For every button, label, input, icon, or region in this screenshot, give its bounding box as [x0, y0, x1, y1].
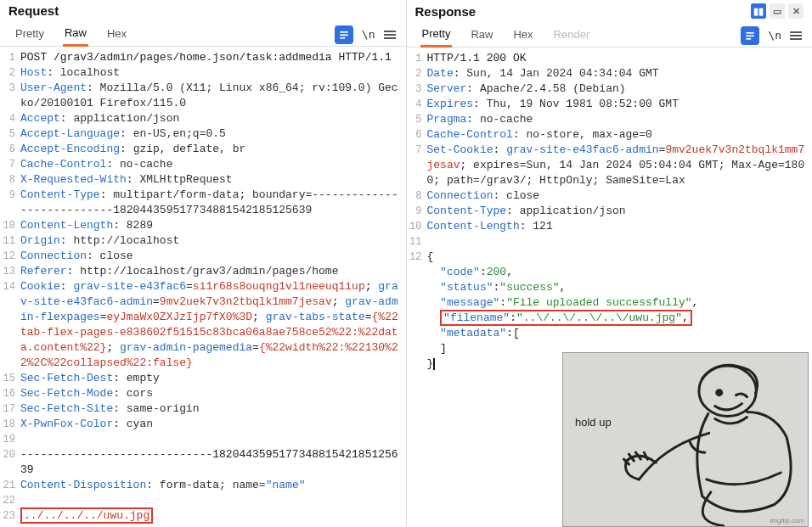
svg-rect-5 — [747, 37, 752, 39]
header-name: X-PwnFox-Color — [20, 418, 113, 430]
response-title: Response — [415, 4, 476, 19]
svg-rect-0 — [340, 31, 347, 32]
window-icon[interactable]: ▭ — [770, 3, 785, 19]
request-body[interactable]: 1POST /grav3/admin/pages/home.json/task:… — [0, 47, 406, 527]
header-value: : no-cache — [466, 113, 533, 126]
pause-icon[interactable]: ▮▮ — [751, 3, 766, 19]
request-line: POST /grav3/admin/pages/home.json/task:a… — [20, 50, 406, 65]
json-open: { — [427, 249, 813, 265]
header-value: : close — [493, 189, 540, 202]
header-name: Accept — [20, 112, 60, 125]
status-line: HTTP/1.1 200 OK — [427, 51, 813, 66]
header-name: Referer — [20, 265, 67, 278]
response-tabbar: Pretty Raw Hex Render \n — [407, 19, 813, 48]
header-name: Content-Disposition — [20, 479, 146, 491]
header-value: : http://localhost/grav3/admin/pages/hom… — [67, 265, 339, 278]
header-value: : 121 — [520, 220, 553, 233]
header-name: Content-Length — [20, 219, 113, 232]
header-name: Connection — [427, 189, 493, 202]
text-cursor — [433, 358, 435, 370]
svg-rect-3 — [747, 31, 754, 33]
set-cookie-header: Set-Cookie: grav-site-e43fac6-admin=9mv2… — [427, 143, 813, 188]
json-kv: "metadata":[ — [427, 326, 813, 341]
json-kv: "status":"success", — [427, 280, 813, 295]
header-name: Sec-Fetch-Dest — [20, 372, 113, 384]
header-name: Origin — [20, 234, 60, 247]
header-name: Cache-Control — [20, 158, 106, 171]
header-name: Sec-Fetch-Site — [20, 402, 113, 415]
header-name: X-Requested-With — [20, 173, 127, 186]
tab-pretty[interactable]: Pretty — [420, 24, 453, 48]
tab-raw[interactable]: Raw — [469, 25, 494, 46]
svg-rect-1 — [340, 34, 347, 36]
request-title: Request — [8, 3, 59, 18]
header-name: Cache-Control — [427, 128, 513, 141]
header-value: : form-data; name= — [146, 479, 265, 491]
menu-icon[interactable] — [384, 31, 396, 39]
tab-pretty[interactable]: Pretty — [14, 24, 46, 45]
close-icon[interactable]: ✕ — [788, 3, 804, 19]
cookie-header: Cookie: grav-site-e43fac6=si1r68s8ouqng1… — [20, 279, 406, 371]
header-value: : Apache/2.4.58 (Debian) — [466, 82, 625, 95]
header-value: : no-store, max-age=0 — [513, 128, 652, 141]
header-value: : application/json — [506, 205, 625, 217]
request-tabbar: Pretty Raw Hex \n — [0, 18, 406, 47]
header-value: : en-US,en;q=0.5 — [120, 127, 226, 140]
json-kv-filename: "filename":"..\/..\/..\/..\/uwu.jpg", — [427, 311, 813, 326]
header-value: : no-cache — [106, 158, 172, 171]
svg-rect-4 — [747, 35, 754, 36]
header-name: Expires — [427, 98, 474, 110]
header-name: Server — [427, 82, 467, 95]
header-name: Connection — [20, 249, 87, 262]
header-value: : localhost — [47, 66, 120, 79]
header-value: "name" — [266, 479, 306, 491]
header-value: : http://localhost — [60, 234, 179, 247]
meme-watermark: imgflip.com — [770, 517, 804, 524]
tab-hex[interactable]: Hex — [105, 24, 128, 45]
header-value: : gzip, deflate, br — [120, 143, 245, 155]
vaultboy-icon — [563, 353, 808, 527]
header-value: : application/json — [60, 112, 179, 125]
header-name: Sec-Fetch-Mode — [20, 387, 113, 400]
meme-caption: hold up — [575, 416, 612, 429]
header-name: Content-Type — [20, 188, 100, 201]
json-kv: "code":200, — [427, 265, 813, 280]
json-kv: "message":"File uploaded successfully", — [427, 295, 813, 311]
header-name: User-Agent — [20, 81, 87, 94]
svg-rect-2 — [340, 36, 345, 38]
header-name: Host — [20, 66, 47, 79]
newline-toggle[interactable]: \n — [362, 28, 375, 41]
payload-filename: ../../../../uwu.jpg — [20, 507, 153, 524]
multipart-boundary: -----------------------------18204435951… — [20, 447, 406, 478]
header-name: Date — [427, 67, 454, 80]
header-value: : empty — [113, 372, 160, 384]
header-name: Accept-Encoding — [20, 143, 120, 155]
newline-toggle[interactable]: \n — [768, 29, 781, 42]
menu-icon[interactable] — [790, 31, 802, 40]
header-value: : close — [87, 249, 133, 262]
header-value: : Sun, 14 Jan 2024 04:34:04 GMT — [454, 67, 659, 80]
header-name: Content-Length — [427, 220, 520, 233]
tab-raw[interactable]: Raw — [63, 23, 88, 47]
header-value: : cyan — [113, 418, 153, 430]
actions-button[interactable] — [741, 26, 759, 45]
response-pane: Response ▮▮ ▭ ✕ Pretty Raw Hex Render \n — [407, 0, 813, 527]
header-name: Pragma — [427, 113, 467, 126]
request-pane: Request Pretty Raw Hex \n 1POST /grav3/a… — [0, 0, 407, 527]
header-value: : same-origin — [113, 402, 199, 415]
header-value: : Thu, 19 Nov 1981 08:52:00 GMT — [473, 98, 679, 110]
tab-hex[interactable]: Hex — [511, 25, 534, 46]
response-title-buttons: ▮▮ ▭ ✕ — [751, 3, 804, 19]
tab-render[interactable]: Render — [552, 25, 592, 46]
header-value: : XMLHttpRequest — [127, 173, 233, 186]
header-value: : cors — [113, 387, 153, 400]
header-name: Content-Type — [427, 205, 507, 217]
actions-button[interactable] — [335, 25, 353, 44]
header-name: Accept-Language — [20, 127, 120, 140]
meme-holdup: hold up imgflip.com — [562, 352, 809, 527]
header-value: : 8289 — [113, 219, 153, 232]
svg-point-7 — [717, 390, 722, 395]
